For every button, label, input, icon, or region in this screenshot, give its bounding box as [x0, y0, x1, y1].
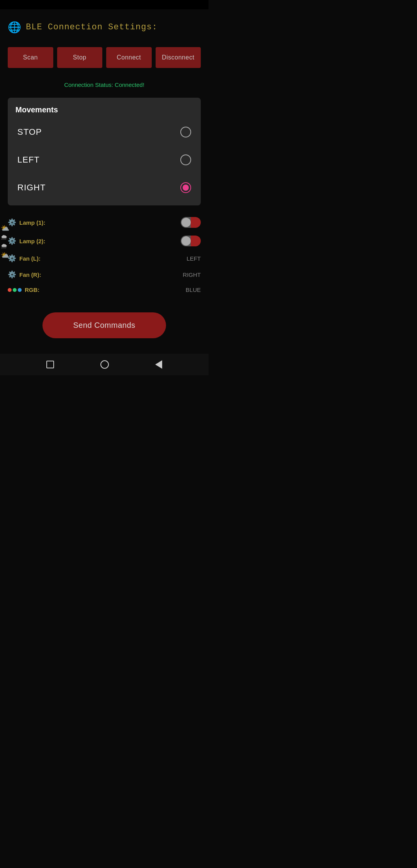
- connection-status: Connection Status: Connected!: [0, 76, 208, 98]
- radio-label-stop: STOP: [17, 127, 42, 137]
- rgb-dots-icon: [8, 288, 22, 292]
- send-commands-wrap: Send Commands: [0, 301, 208, 346]
- radio-circle-stop[interactable]: [180, 127, 191, 137]
- radio-item-stop[interactable]: STOP: [15, 118, 193, 146]
- radio-item-left[interactable]: LEFT: [15, 146, 193, 174]
- ble-button-row: Scan Stop Connect Disconnect: [0, 39, 208, 76]
- movements-title: Movements: [15, 105, 193, 114]
- setting-value-fanL: LEFT: [186, 255, 201, 262]
- settings-section: ⚙️ Lamp (1): ⚙️ Lamp (2): ⚙️ Fan (L): LE…: [0, 205, 208, 301]
- setting-label-wrap-rgb: RGB:: [8, 287, 39, 293]
- connect-button[interactable]: Connect: [106, 47, 152, 68]
- radio-circle-right[interactable]: [180, 182, 191, 193]
- toggle-knob-lamp1: [181, 218, 191, 227]
- send-commands-button[interactable]: Send Commands: [42, 312, 166, 338]
- header: 🌐 BLE Connection Settings:: [0, 9, 208, 39]
- setting-row-rgb: RGB: BLUE: [8, 283, 201, 297]
- setting-row-lamp2: ⚙️ Lamp (2):: [8, 232, 201, 250]
- nav-stop-icon[interactable]: [46, 361, 54, 368]
- radio-label-right: RIGHT: [17, 183, 46, 193]
- toggle-lamp1[interactable]: [181, 217, 201, 228]
- setting-label-fanL: Fan (L):: [19, 255, 41, 262]
- gear-icon-fanR: ⚙️: [8, 270, 16, 279]
- globe-icon: 🌐: [8, 21, 21, 34]
- setting-label-wrap-lamp2: ⚙️ Lamp (2):: [8, 237, 46, 245]
- gear-icon-lamp1: ⚙️: [8, 218, 16, 227]
- setting-value-fanR: RIGHT: [183, 271, 201, 278]
- status-bar: [0, 0, 208, 9]
- setting-label-rgb: RGB:: [25, 287, 39, 293]
- setting-label-wrap-fanL: ⚙️ Fan (L):: [8, 254, 41, 263]
- setting-label-wrap-fanR: ⚙️ Fan (R):: [8, 270, 41, 279]
- setting-row-lamp1: ⚙️ Lamp (1):: [8, 213, 201, 232]
- radio-label-left: LEFT: [17, 155, 40, 165]
- setting-label-lamp1: Lamp (1):: [19, 219, 46, 226]
- setting-label-fanR: Fan (R):: [19, 271, 41, 278]
- radio-item-right[interactable]: RIGHT: [15, 174, 193, 202]
- setting-label-wrap-lamp1: ⚙️ Lamp (1):: [8, 218, 46, 227]
- nav-back-icon[interactable]: [155, 360, 162, 369]
- stop-button[interactable]: Stop: [57, 47, 103, 68]
- setting-label-lamp2: Lamp (2):: [19, 238, 46, 244]
- radio-circle-left[interactable]: [180, 154, 191, 165]
- gear-icon-fanL: ⚙️: [8, 254, 16, 263]
- nav-bar: [0, 354, 208, 375]
- toggle-lamp2[interactable]: [181, 236, 201, 246]
- nav-home-icon[interactable]: [100, 360, 109, 369]
- setting-row-fanR: ⚙️ Fan (R): RIGHT: [8, 266, 201, 283]
- toggle-knob-lamp2: [181, 236, 191, 246]
- movements-card: Movements STOP LEFT RIGHT: [8, 98, 201, 205]
- gear-icon-lamp2: ⚙️: [8, 237, 16, 245]
- setting-value-rgb: BLUE: [186, 287, 201, 293]
- disconnect-button[interactable]: Disconnect: [156, 47, 201, 68]
- setting-row-fanL: ⚙️ Fan (L): LEFT: [8, 250, 201, 266]
- header-title: BLE Connection Settings:: [26, 22, 158, 32]
- scan-button[interactable]: Scan: [8, 47, 53, 68]
